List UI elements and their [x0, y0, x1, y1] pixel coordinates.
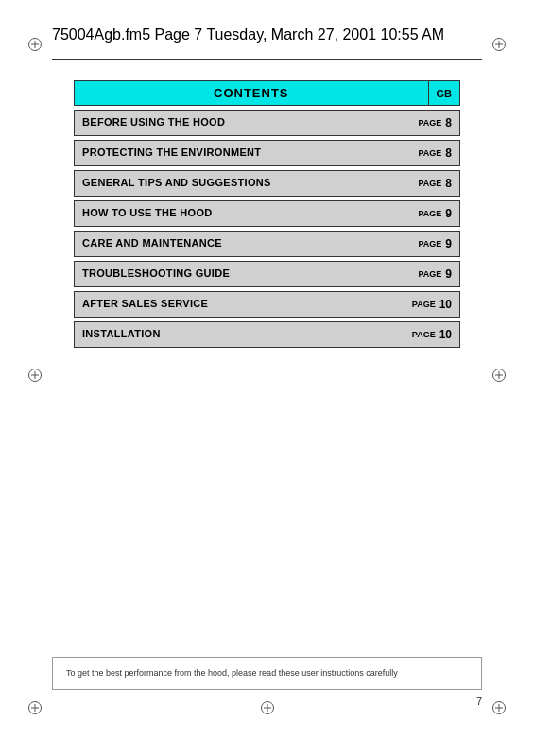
- page-word: PAGE: [418, 179, 441, 188]
- corner-mark-br: [492, 701, 506, 718]
- page-word: PAGE: [412, 330, 436, 339]
- bottom-note-text: To get the best performance from the hoo…: [66, 668, 398, 678]
- toc-row: HOW TO USE THE HOODPAGE9: [74, 200, 460, 227]
- toc-label: PROTECTING THE ENVIRONMENT: [75, 141, 410, 165]
- corner-mark-bm: [261, 701, 274, 718]
- toc-label: CARE AND MAINTENANCE: [75, 232, 410, 256]
- page: 75004Agb.fm5 Page 7 Tuesday, March 27, 2…: [0, 0, 534, 756]
- file-info: 75004Agb.fm5 Page 7 Tuesday, March 27, 2…: [52, 26, 444, 43]
- contents-title: CONTENTS: [214, 86, 289, 100]
- toc-row: TROUBLESHOOTING GUIDEPAGE9: [74, 261, 460, 287]
- toc-page: PAGE10: [405, 322, 459, 347]
- contents-gb-cell: GB: [428, 81, 460, 105]
- bottom-note: To get the best performance from the hoo…: [52, 657, 482, 690]
- header-divider: [52, 59, 482, 60]
- page-word: PAGE: [418, 209, 441, 218]
- corner-mark-mr: [492, 369, 506, 386]
- page-num: 9: [445, 267, 452, 281]
- header-bar: 75004Agb.fm5 Page 7 Tuesday, March 27, 2…: [52, 26, 482, 43]
- toc-page: PAGE9: [410, 201, 459, 226]
- page-num: 10: [439, 298, 452, 311]
- corner-mark-tr: [492, 38, 506, 55]
- page-num: 10: [439, 328, 452, 341]
- toc-rows: BEFORE USING THE HOODPAGE8PROTECTING THE…: [74, 110, 460, 348]
- page-num: 8: [445, 146, 452, 160]
- toc-page: PAGE10: [405, 292, 459, 317]
- gb-label: GB: [437, 88, 453, 99]
- page-word: PAGE: [418, 269, 441, 279]
- contents-title-cell: CONTENTS: [75, 81, 428, 105]
- contents-header: CONTENTS GB: [74, 80, 460, 106]
- toc-label: GENERAL TIPS AND SUGGESTIONS: [75, 171, 410, 196]
- toc-page: PAGE8: [410, 111, 459, 135]
- toc-row: INSTALLATIONPAGE10: [74, 321, 460, 348]
- toc-label: TROUBLESHOOTING GUIDE: [75, 262, 410, 286]
- page-word: PAGE: [412, 300, 436, 309]
- toc-page: PAGE9: [410, 232, 459, 256]
- toc-page: PAGE8: [410, 141, 459, 165]
- corner-mark-tl: [28, 38, 42, 55]
- page-num: 8: [445, 177, 452, 190]
- toc-row: PROTECTING THE ENVIRONMENTPAGE8: [74, 140, 460, 166]
- page-word: PAGE: [418, 148, 441, 158]
- toc-page: PAGE8: [410, 171, 459, 196]
- toc-page: PAGE9: [410, 262, 459, 286]
- page-num: 9: [445, 237, 452, 250]
- toc-label: AFTER SALES SERVICE: [75, 292, 405, 317]
- corner-mark-bl: [28, 701, 42, 718]
- toc-row: AFTER SALES SERVICEPAGE10: [74, 291, 460, 318]
- toc-row: GENERAL TIPS AND SUGGESTIONSPAGE8: [74, 170, 460, 197]
- toc-row: CARE AND MAINTENANCEPAGE9: [74, 231, 460, 257]
- toc-label: INSTALLATION: [75, 322, 405, 347]
- page-num: 9: [445, 207, 452, 220]
- toc-label: BEFORE USING THE HOOD: [75, 111, 410, 135]
- content-area: CONTENTS GB BEFORE USING THE HOODPAGE8PR…: [74, 80, 460, 352]
- toc-row: BEFORE USING THE HOODPAGE8: [74, 110, 460, 136]
- toc-label: HOW TO USE THE HOOD: [75, 201, 410, 226]
- page-word: PAGE: [418, 118, 441, 128]
- page-number: 7: [476, 696, 482, 707]
- corner-mark-ml: [28, 369, 42, 386]
- page-num: 8: [445, 116, 452, 129]
- page-word: PAGE: [418, 239, 441, 249]
